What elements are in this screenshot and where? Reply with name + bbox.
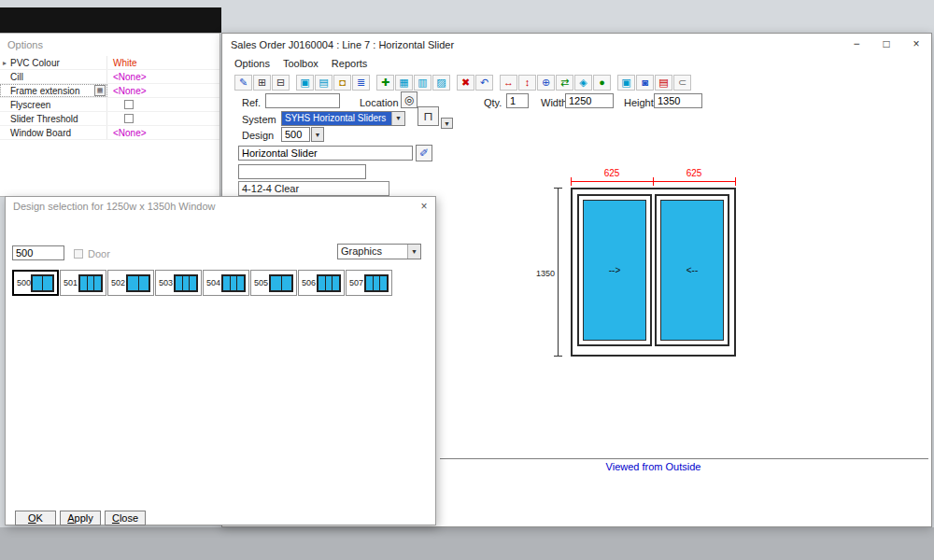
- door-checkbox[interactable]: [74, 249, 83, 259]
- option-value[interactable]: <None>: [113, 86, 147, 96]
- options-grid-icon[interactable]: ⊞: [253, 75, 271, 91]
- design-b-icon[interactable]: ▥: [414, 75, 432, 91]
- frame-extension-icon[interactable]: ⊟: [272, 75, 290, 91]
- dim-line-left: [558, 188, 559, 357]
- background-window-strip: [0, 7, 221, 33]
- ok-button[interactable]: OK: [15, 511, 56, 525]
- export-icon[interactable]: ▤: [655, 75, 672, 91]
- design-preview-icon: [78, 274, 103, 292]
- options-row[interactable]: Cill<None>: [0, 70, 219, 84]
- options-row[interactable]: Flyscreen: [0, 98, 219, 112]
- option-value[interactable]: White: [113, 58, 137, 68]
- option-checkbox[interactable]: [124, 100, 134, 109]
- slide-right-arrow: -->: [609, 265, 621, 275]
- menu-toolbox[interactable]: Toolbox: [276, 56, 325, 71]
- maximize-button[interactable]: □: [871, 34, 901, 55]
- design-dropdown-button[interactable]: ▼: [311, 127, 324, 142]
- menu-reports[interactable]: Reports: [325, 56, 375, 71]
- qty-input[interactable]: [506, 93, 529, 108]
- system-dropdown-arrow-icon[interactable]: ▼: [391, 112, 404, 125]
- height-input[interactable]: [654, 93, 702, 108]
- left-glass: -->: [583, 200, 646, 341]
- options-grid: ▸PVC ColourWhiteCill<None>Frame extensio…: [0, 56, 219, 140]
- design-filter-input[interactable]: [12, 245, 64, 260]
- dim-height: 1350: [529, 269, 555, 278]
- delete-icon[interactable]: ✖: [457, 75, 474, 91]
- profile-dropdown-button[interactable]: ▼: [441, 118, 453, 129]
- taskbar-strip: [0, 527, 934, 560]
- options-row[interactable]: Slider Threshold: [0, 112, 219, 126]
- option-value[interactable]: <None>: [113, 72, 147, 82]
- design-id: 505: [254, 278, 268, 287]
- design-thumb-504[interactable]: 504: [203, 270, 249, 296]
- options-row[interactable]: ▸PVC ColourWhite: [0, 56, 219, 70]
- system-combo[interactable]: SYHS Horizontal Sliders ▼: [281, 111, 405, 126]
- design-thumb-506[interactable]: 506: [298, 270, 345, 296]
- left-sash[interactable]: -->: [577, 194, 652, 346]
- design-c-icon[interactable]: ▨: [432, 75, 450, 91]
- design-thumb-507[interactable]: 507: [346, 270, 392, 296]
- profile-preview-button[interactable]: ⊓: [417, 106, 439, 126]
- schedule-icon[interactable]: ≣: [352, 75, 370, 91]
- frame-detail-icon[interactable]: ▣: [617, 75, 635, 91]
- menu-options[interactable]: Options: [228, 56, 276, 71]
- profile-icon: ⊓: [423, 109, 432, 123]
- undo-icon[interactable]: ↶: [475, 75, 493, 91]
- clamp-icon[interactable]: ⊂: [673, 75, 691, 91]
- options-panel-title: Options: [0, 34, 219, 56]
- design-thumb-505[interactable]: 505: [250, 270, 297, 296]
- apply-button[interactable]: Apply: [60, 511, 101, 525]
- design-thumb-503[interactable]: 503: [155, 270, 202, 296]
- design-input[interactable]: [281, 127, 310, 142]
- lock-icon[interactable]: ◘: [333, 75, 351, 91]
- titlebar[interactable]: Sales Order J0160004 : Line 7 : Horizont…: [222, 34, 931, 55]
- option-checkbox[interactable]: [124, 114, 134, 123]
- width-input[interactable]: [565, 93, 614, 108]
- design-id: 500: [17, 278, 31, 287]
- close-button-dialog[interactable]: Close: [105, 511, 146, 525]
- graphics-selected-value: Graphics: [338, 245, 407, 259]
- option-value[interactable]: <None>: [113, 128, 147, 138]
- ref-input[interactable]: [265, 93, 340, 108]
- couple-icon[interactable]: ◈: [574, 75, 592, 91]
- outer-frame-icon[interactable]: ▣: [296, 75, 314, 91]
- graphics-dropdown-arrow-icon[interactable]: ▼: [407, 245, 420, 259]
- zoom-icon[interactable]: ⊕: [537, 75, 555, 91]
- style-description-input[interactable]: [238, 146, 413, 161]
- door-label: Door: [88, 248, 110, 259]
- add-icon[interactable]: ✚: [376, 75, 394, 91]
- options-row[interactable]: Window Board<None>: [0, 126, 219, 140]
- mirror-icon[interactable]: ⇄: [556, 75, 573, 91]
- window-controls: − □ ×: [842, 34, 931, 55]
- dim-horizontal-icon[interactable]: ↔: [500, 75, 517, 91]
- dialog-titlebar[interactable]: Design selection for 1250w x 1350h Windo…: [6, 197, 435, 216]
- edit-pencil-icon: ✐: [419, 147, 429, 160]
- design-id: 504: [206, 278, 220, 287]
- sash-icon[interactable]: ▤: [315, 75, 333, 91]
- design-label: Design: [242, 130, 274, 141]
- dialog-close-icon[interactable]: ×: [417, 200, 432, 213]
- design-preview-icon: [31, 274, 54, 292]
- minimize-button[interactable]: −: [842, 34, 871, 55]
- design-preview-icon: [221, 274, 246, 292]
- save-icon[interactable]: ◙: [636, 75, 654, 91]
- design-thumb-500[interactable]: 500: [12, 270, 59, 296]
- graphics-combo[interactable]: Graphics ▼: [337, 244, 421, 259]
- dim-vertical-icon[interactable]: ↕: [518, 75, 536, 91]
- right-sash[interactable]: <--: [655, 194, 729, 346]
- options-row[interactable]: Frame extension▦<None>: [0, 84, 219, 98]
- option-picker-button[interactable]: ▦: [94, 85, 106, 96]
- spray-icon[interactable]: ✎: [234, 75, 252, 91]
- glass-spec-box[interactable]: 4-12-4 Clear: [238, 181, 389, 196]
- edit-style-button[interactable]: ✐: [416, 145, 432, 161]
- design-a-icon[interactable]: ▦: [395, 75, 413, 91]
- tag-icon[interactable]: ●: [593, 75, 611, 91]
- design-id: 506: [302, 278, 316, 287]
- dim-width-right: 625: [653, 168, 735, 178]
- window-drawing[interactable]: --> <--: [571, 188, 736, 357]
- close-button[interactable]: ×: [901, 34, 931, 55]
- location-pin-button[interactable]: ◎: [401, 91, 417, 108]
- design-thumb-502[interactable]: 502: [107, 270, 154, 296]
- note-input[interactable]: [238, 164, 366, 179]
- design-thumb-501[interactable]: 501: [60, 270, 106, 296]
